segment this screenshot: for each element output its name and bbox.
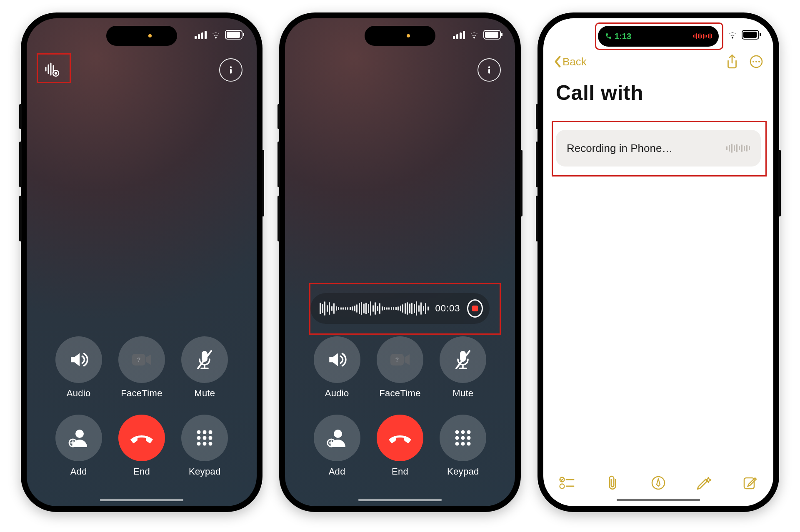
svg-point-41: [455, 442, 459, 446]
recording-elapsed: 00:03: [435, 303, 460, 314]
svg-point-31: [334, 430, 342, 438]
mute-label: Mute: [452, 388, 473, 399]
side-volume-up: [278, 142, 280, 187]
add-label: Add: [70, 466, 87, 477]
notes-toolbar: [543, 474, 773, 492]
svg-point-42: [461, 442, 465, 446]
svg-point-22: [197, 442, 201, 446]
phone-2-call-recording: 00:03 Audio ? FaceTime Mute: [279, 12, 521, 512]
ai-writing-button[interactable]: [695, 474, 713, 492]
recording-attachment-card[interactable]: Recording in Phone…: [556, 130, 761, 167]
mute-icon: [195, 349, 214, 370]
status-bar-right: [453, 30, 501, 40]
dynamic-island: [106, 26, 177, 46]
svg-point-35: [455, 430, 459, 434]
status-bar-right: [728, 30, 759, 40]
ellipsis-circle-icon: [749, 55, 763, 69]
side-power: [778, 150, 781, 216]
checklist-icon: [559, 476, 575, 490]
attachment-button[interactable]: [603, 474, 622, 492]
hangup-icon: [388, 425, 412, 450]
stop-recording-button[interactable]: [467, 299, 483, 318]
add-person-icon: [325, 426, 349, 450]
phone-1-call-idle: Audio ? FaceTime Mute Add End: [21, 12, 262, 512]
keypad-icon: [195, 428, 215, 448]
svg-text:?: ?: [395, 356, 399, 363]
checklist-button[interactable]: [558, 474, 576, 492]
compose-icon: [742, 475, 758, 490]
mute-button[interactable]: Mute: [175, 336, 234, 399]
svg-point-20: [203, 436, 207, 440]
dynamic-island-live-activity[interactable]: 1:13: [598, 26, 719, 47]
back-button[interactable]: Back: [553, 55, 587, 68]
mute-button[interactable]: Mute: [434, 336, 492, 399]
battery-icon: [742, 30, 759, 40]
side-silent-switch: [278, 104, 280, 129]
keypad-label: Keypad: [447, 466, 479, 477]
markup-button[interactable]: [649, 474, 668, 492]
keypad-icon: [453, 428, 473, 448]
side-volume-up: [536, 142, 538, 187]
svg-point-47: [758, 61, 760, 62]
svg-point-50: [560, 484, 565, 489]
wifi-icon: [469, 31, 479, 39]
svg-point-16: [197, 430, 201, 434]
facetime-label: FaceTime: [121, 388, 162, 399]
svg-point-38: [455, 436, 459, 440]
end-label: End: [392, 466, 408, 477]
recording-indicator-pill[interactable]: 00:03: [310, 293, 490, 324]
add-call-button[interactable]: Add: [308, 415, 366, 477]
note-title: Call with: [556, 81, 761, 105]
end-call-button[interactable]: End: [112, 415, 171, 477]
facetime-button[interactable]: ? FaceTime: [112, 336, 171, 399]
keypad-label: Keypad: [189, 466, 220, 477]
svg-point-21: [209, 436, 212, 440]
recording-waveform-icon: [693, 33, 712, 39]
keypad-button[interactable]: Keypad: [434, 415, 492, 477]
wifi-icon: [211, 31, 221, 39]
svg-point-36: [461, 430, 465, 434]
side-silent-switch: [19, 104, 22, 129]
svg-point-5: [55, 72, 57, 75]
new-note-button[interactable]: [741, 474, 759, 492]
sparkle-pen-icon: [696, 475, 712, 491]
svg-rect-7: [230, 69, 232, 74]
home-indicator[interactable]: [617, 499, 700, 501]
svg-point-19: [197, 436, 201, 440]
battery-icon: [225, 30, 242, 40]
svg-point-25: [488, 66, 490, 68]
svg-point-24: [209, 442, 212, 446]
cellular-signal-icon: [453, 31, 465, 39]
more-button[interactable]: [749, 55, 763, 69]
home-indicator[interactable]: [100, 499, 183, 501]
keypad-button[interactable]: Keypad: [175, 415, 234, 477]
side-power: [520, 150, 522, 216]
side-volume-down: [536, 196, 538, 241]
camera-indicator-dot: [407, 34, 410, 37]
facetime-label: FaceTime: [379, 388, 420, 399]
end-call-button[interactable]: End: [370, 415, 429, 477]
svg-point-39: [461, 436, 465, 440]
mute-label: Mute: [194, 388, 215, 399]
home-indicator[interactable]: [358, 499, 442, 501]
side-power: [262, 150, 264, 216]
svg-point-40: [467, 436, 471, 440]
call-controls: Audio ? FaceTime Mute Add End: [27, 336, 257, 477]
ongoing-call-indicator[interactable]: 1:13: [605, 32, 631, 41]
svg-point-6: [230, 66, 232, 68]
call-info-button[interactable]: [219, 58, 242, 82]
facetime-button[interactable]: ? FaceTime: [370, 336, 429, 399]
side-silent-switch: [536, 104, 538, 129]
share-button[interactable]: [726, 54, 738, 69]
cellular-signal-icon: [195, 31, 207, 39]
add-call-button[interactable]: Add: [49, 415, 108, 477]
call-info-button[interactable]: [478, 58, 501, 82]
record-call-button[interactable]: [41, 58, 62, 80]
mute-icon: [454, 349, 472, 370]
audio-button[interactable]: Audio: [49, 336, 108, 399]
svg-point-37: [467, 430, 471, 434]
add-person-icon: [67, 426, 90, 450]
side-volume-down: [278, 196, 280, 241]
chevron-left-icon: [553, 55, 562, 68]
audio-button[interactable]: Audio: [308, 336, 366, 399]
